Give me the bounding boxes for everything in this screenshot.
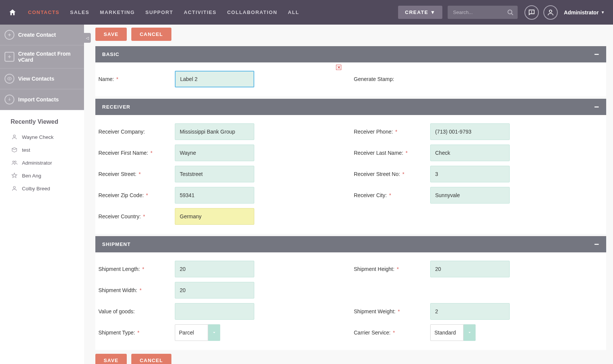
nav-collaboration[interactable]: COLLABORATION bbox=[227, 9, 277, 15]
field-label: Name:* bbox=[95, 76, 175, 82]
user-label[interactable]: Administrator bbox=[564, 9, 599, 16]
section-receiver-header[interactable]: RECEIVER − bbox=[95, 99, 606, 115]
field-label: Receiver Zip Code:* bbox=[95, 192, 175, 198]
receiver-city-input[interactable] bbox=[430, 187, 510, 204]
field-label: Shipment Height:* bbox=[351, 266, 430, 272]
recent-item[interactable]: Wayne Check bbox=[11, 131, 73, 143]
recent-item[interactable]: test bbox=[11, 143, 73, 156]
receiver-zip-input[interactable] bbox=[175, 187, 254, 204]
people-icon bbox=[11, 159, 18, 166]
svg-point-6 bbox=[13, 135, 15, 137]
recent-item-label: Administrator bbox=[22, 160, 52, 166]
field-label: Receiver City:* bbox=[351, 192, 430, 198]
clear-icon[interactable]: ✕ bbox=[336, 65, 341, 70]
dropdown-icon[interactable] bbox=[464, 324, 476, 341]
recent-item-label: test bbox=[22, 147, 30, 153]
recent-item-label: Wayne Check bbox=[22, 134, 54, 140]
receiver-street-input[interactable] bbox=[175, 166, 254, 182]
field-label: Receiver Country:* bbox=[95, 213, 175, 219]
nav-sales[interactable]: SALES bbox=[70, 9, 89, 15]
name-input[interactable] bbox=[175, 71, 254, 87]
box-icon bbox=[11, 146, 18, 154]
card-icon: ＋ bbox=[5, 52, 14, 62]
sidebar-create-contact[interactable]: + Create Contact bbox=[0, 25, 84, 45]
receiver-company-input[interactable] bbox=[175, 123, 254, 140]
shipment-length-input[interactable] bbox=[175, 261, 254, 277]
star-icon bbox=[11, 172, 18, 179]
section-shipment: SHIPMENT − Shipment Length:* Shipment He… bbox=[95, 236, 606, 350]
recently-viewed-title: Recently Viewed bbox=[11, 118, 73, 125]
receiver-last-input[interactable] bbox=[430, 145, 510, 161]
svg-point-0 bbox=[508, 10, 512, 14]
sidebar-item-label: Import Contacts bbox=[18, 96, 59, 103]
section-basic-header[interactable]: BASIC − bbox=[95, 46, 606, 62]
user-icon[interactable] bbox=[543, 5, 558, 20]
collapse-icon: − bbox=[594, 105, 599, 109]
section-title: SHIPMENT bbox=[102, 241, 131, 247]
nav-activities[interactable]: ACTIVITIES bbox=[184, 9, 217, 15]
recent-item-label: Colby Breed bbox=[22, 186, 50, 191]
collapse-icon: − bbox=[594, 243, 599, 246]
field-label: Receiver Company: bbox=[95, 129, 175, 135]
section-shipment-header[interactable]: SHIPMENT − bbox=[95, 236, 606, 252]
collapse-icon: − bbox=[594, 53, 599, 56]
download-icon bbox=[5, 95, 14, 104]
field-label: Receiver Street No:* bbox=[351, 171, 430, 177]
cancel-button-bottom[interactable]: CANCEL bbox=[131, 354, 171, 364]
home-icon[interactable] bbox=[8, 8, 17, 17]
svg-point-3 bbox=[532, 12, 532, 13]
sidebar-view-contacts[interactable]: View Contacts bbox=[0, 68, 84, 89]
svg-point-4 bbox=[549, 10, 552, 12]
shipment-weight-input[interactable] bbox=[430, 303, 510, 320]
person-icon bbox=[11, 185, 18, 192]
save-button[interactable]: SAVE bbox=[95, 28, 127, 41]
receiver-streetno-input[interactable] bbox=[430, 166, 510, 182]
nav-contacts[interactable]: CONTACTS bbox=[28, 9, 59, 15]
field-label: Receiver First Name:* bbox=[95, 150, 175, 156]
shipment-type-select[interactable] bbox=[175, 324, 208, 341]
nav-links: CONTACTS SALES MARKETING SUPPORT ACTIVIT… bbox=[28, 9, 398, 15]
user-menu-caret-icon[interactable]: ▼ bbox=[601, 10, 605, 14]
field-label: Carrier Service:* bbox=[351, 330, 430, 336]
sidebar-import-contacts[interactable]: Import Contacts bbox=[0, 89, 84, 110]
recent-item[interactable]: Ben Ang bbox=[11, 169, 73, 182]
shipment-height-input[interactable] bbox=[430, 261, 510, 277]
nav-marketing[interactable]: MARKETING bbox=[100, 9, 135, 15]
sidebar-create-vcard[interactable]: ＋ Create Contact From vCard bbox=[0, 45, 84, 68]
main-content: SAVE CANCEL BASIC − ✕ Name:* Generate St… bbox=[84, 25, 613, 364]
field-label: Generate Stamp: bbox=[351, 76, 430, 82]
shipment-width-input[interactable] bbox=[175, 282, 254, 299]
field-label: Shipment Weight:* bbox=[351, 308, 430, 314]
receiver-phone-input[interactable] bbox=[430, 123, 510, 140]
section-title: RECEIVER bbox=[102, 104, 130, 110]
recent-item[interactable]: Administrator bbox=[11, 156, 73, 169]
nav-all[interactable]: ALL bbox=[288, 9, 299, 15]
field-label: Shipment Width:* bbox=[95, 287, 175, 293]
sidebar-collapse-icon[interactable]: ◁ bbox=[84, 33, 91, 43]
recent-item[interactable]: Colby Breed bbox=[11, 182, 73, 195]
search-icon[interactable] bbox=[507, 9, 514, 16]
sidebar-item-label: View Contacts bbox=[18, 76, 54, 82]
field-label: Value of goods: bbox=[95, 308, 175, 314]
create-button[interactable]: CREATE ▼ bbox=[398, 6, 442, 19]
receiver-country-input[interactable] bbox=[175, 208, 254, 225]
svg-point-8 bbox=[15, 161, 16, 162]
value-of-goods-input[interactable] bbox=[175, 303, 254, 320]
svg-point-7 bbox=[12, 161, 14, 162]
section-basic: BASIC − ✕ Name:* Generate Stamp: bbox=[95, 46, 606, 96]
notifications-icon[interactable] bbox=[524, 5, 539, 20]
carrier-service-select[interactable] bbox=[430, 324, 464, 341]
svg-point-5 bbox=[9, 78, 10, 79]
field-label: Receiver Street:* bbox=[95, 171, 175, 177]
top-nav: CONTACTS SALES MARKETING SUPPORT ACTIVIT… bbox=[0, 0, 613, 25]
section-receiver: RECEIVER − Receiver Company: Receiver Ph… bbox=[95, 99, 606, 234]
save-button-bottom[interactable]: SAVE bbox=[95, 354, 127, 364]
nav-support[interactable]: SUPPORT bbox=[145, 9, 173, 15]
recent-item-label: Ben Ang bbox=[22, 173, 41, 179]
field-label: Receiver Phone:* bbox=[351, 129, 430, 135]
dropdown-icon[interactable] bbox=[208, 324, 220, 341]
receiver-first-input[interactable] bbox=[175, 145, 254, 161]
section-title: BASIC bbox=[102, 51, 119, 57]
eye-icon bbox=[5, 74, 14, 84]
cancel-button[interactable]: CANCEL bbox=[131, 28, 171, 41]
